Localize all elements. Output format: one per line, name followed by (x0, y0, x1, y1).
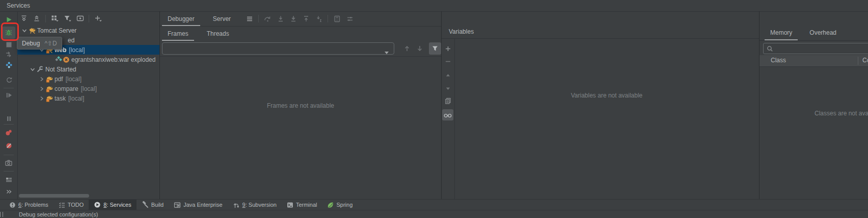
frame-down-button[interactable] (414, 42, 426, 55)
chevron-down-icon (385, 47, 389, 57)
tree-row-task[interactable]: task [local] (17, 93, 159, 103)
tree-row-not-started[interactable]: Not Started (17, 64, 159, 74)
tab-overhead[interactable]: Overhead (804, 25, 842, 40)
toolwindow-todo[interactable]: TODO (53, 200, 89, 210)
thread-combobox[interactable] (162, 42, 394, 55)
thread-snapshot-button[interactable] (2, 157, 15, 169)
frame-up-button[interactable] (401, 42, 413, 55)
chevron-down-icon[interactable] (29, 66, 37, 72)
tree-row-label-fragment: ed (68, 37, 74, 44)
filter-button[interactable] (62, 13, 73, 23)
view-breakpoints-button[interactable] (2, 127, 15, 139)
toolbar-separator (258, 15, 259, 22)
expand-all-button[interactable] (18, 13, 30, 23)
toolwindow-problems[interactable]: 6: Problems (4, 200, 53, 210)
tool-window-bar: 6: Problems TODO 8: Services Build Java … (0, 199, 868, 210)
window-titlebar: Services (0, 0, 868, 12)
toolbar-separator (89, 15, 89, 22)
mute-breakpoints-button[interactable] (2, 139, 15, 152)
tab-label: Server (213, 15, 231, 22)
resume-button[interactable] (2, 89, 15, 101)
layout-options-button[interactable] (344, 13, 356, 25)
toolwindow-terminal[interactable]: Terminal (282, 200, 322, 210)
clipped-glyph (0, 212, 3, 217)
chevron-right-icon[interactable] (38, 86, 46, 92)
pause-button[interactable] (2, 112, 15, 125)
group-by-button[interactable] (49, 13, 60, 23)
tab-memory[interactable]: Memory (765, 25, 798, 40)
toolbar-separator (4, 155, 14, 155)
tree-row-tomcat-server[interactable]: Tomcat Server (17, 26, 159, 35)
toolwindow-spring[interactable]: Spring (322, 200, 358, 210)
force-step-into-button[interactable] (287, 13, 299, 25)
toolwindow-label: 8: Services (103, 202, 131, 208)
resume-icon (6, 92, 12, 99)
tab-debugger[interactable]: Debugger (162, 11, 200, 26)
chevron-right-icon[interactable] (38, 76, 46, 82)
services-tool-window: Services (0, 0, 868, 218)
step-out-button[interactable] (300, 13, 312, 25)
tab-label: Frames (168, 30, 188, 37)
run-to-cursor-button[interactable] (313, 13, 324, 25)
move-up-button[interactable] (442, 69, 453, 81)
collapse-all-button[interactable] (31, 13, 42, 23)
menu-button[interactable] (243, 13, 255, 25)
step-over-button[interactable] (262, 13, 274, 25)
toolwindow-build[interactable]: Build (137, 200, 169, 210)
rerun-button[interactable] (2, 74, 15, 86)
chevron-down-icon[interactable] (20, 28, 29, 34)
evaluate-expression-button[interactable] (331, 13, 343, 25)
red-highlight-annotation (1, 22, 19, 41)
toolwindow-label: 9: Subversion (242, 202, 277, 208)
tab-threads[interactable]: Threads (201, 27, 235, 41)
tree-row-pdf[interactable]: pdf [local] (17, 74, 159, 84)
tree-row-label: egrantshanxiweb:war exploded (71, 56, 155, 63)
tree-row-label: pdf (55, 76, 63, 83)
toolwindow-label: Build (151, 202, 164, 208)
toolbar-separator (328, 15, 328, 22)
debugger-panel: Debugger Server Frames Threads Frames a (160, 11, 441, 199)
view-breakpoints-icon (5, 129, 12, 136)
open-in-new-frame-button[interactable] (74, 13, 86, 23)
add-watch-button[interactable] (442, 43, 453, 54)
double-chevron-right-icon (6, 188, 12, 195)
tree-row-suffix: [local] (69, 46, 85, 54)
horizontal-scrollbar[interactable] (19, 194, 89, 198)
toolwindow-subversion[interactable]: 9: Subversion (228, 200, 282, 210)
chevron-right-icon[interactable] (38, 95, 46, 102)
variables-empty-text: Variables are not available (454, 92, 759, 99)
move-down-button[interactable] (442, 83, 453, 94)
class-search-field[interactable] (763, 43, 868, 54)
todo-icon (59, 202, 65, 208)
tree-row-artifact[interactable]: egrantshanxiweb:war exploded (17, 55, 159, 64)
column-header-class[interactable]: Class (771, 57, 786, 64)
step-into-button[interactable] (275, 13, 286, 25)
toolwindow-services[interactable]: 8: Services (89, 200, 136, 210)
window-title: Services (7, 2, 30, 9)
column-divider[interactable] (858, 57, 858, 65)
tomcat-run-icon (46, 85, 55, 92)
debug-tooltip: Debug ^⇧D (17, 37, 62, 50)
tab-frames[interactable]: Frames (162, 27, 194, 41)
debugger-tab-bar: Debugger Server (160, 11, 441, 27)
java-enterprise-icon (174, 202, 181, 208)
more-button[interactable] (2, 185, 15, 198)
status-message: Debug selected configuration(s) (19, 211, 98, 217)
add-service-button[interactable] (92, 13, 103, 23)
tooltip-label: Debug (22, 40, 40, 47)
tree-row-suffix: [local] (81, 85, 97, 92)
tree-row-compare[interactable]: compare [local] (17, 84, 159, 93)
tab-server[interactable]: Server (207, 11, 236, 26)
show-watches-button[interactable] (442, 109, 453, 120)
search-input[interactable] (775, 44, 868, 53)
hide-frames-filter-button[interactable] (429, 42, 441, 55)
services-icon (94, 201, 101, 208)
variables-header: Variables (442, 25, 759, 39)
toolwindow-java-enterprise[interactable]: Java Enterprise (169, 200, 227, 210)
remove-watch-button[interactable] (442, 56, 453, 67)
layout-settings-button[interactable] (2, 173, 15, 185)
tree-row-label: compare (55, 85, 78, 92)
update-application-button[interactable] (2, 59, 15, 71)
duplicate-watch-button[interactable] (442, 95, 453, 106)
column-header-count[interactable]: Count (862, 57, 868, 64)
